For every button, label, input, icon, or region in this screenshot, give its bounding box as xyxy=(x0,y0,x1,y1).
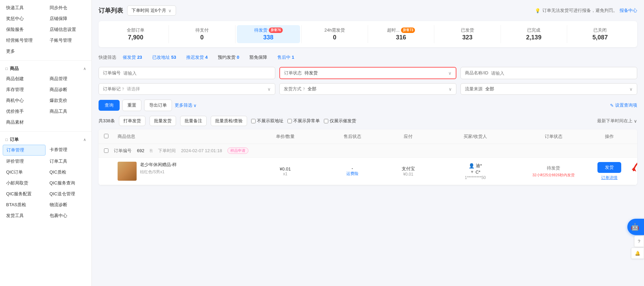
oi-aftersale: - 运费险 xyxy=(319,166,386,177)
th-buyer: 买家/收货人 xyxy=(431,133,520,140)
notice-link[interactable]: 报备中心 xyxy=(620,7,637,14)
sidebar-item-product-create[interactable]: 商品创建 xyxy=(3,74,46,84)
order-status-value: 待发货 xyxy=(520,165,587,171)
reset-button[interactable]: 重置 xyxy=(122,100,141,111)
order-number-input[interactable] xyxy=(123,71,271,76)
sidebar-item-qic-warehouse[interactable]: QIC送仓管理 xyxy=(46,189,89,199)
tab-all-orders[interactable]: 全部订单 7,900 xyxy=(104,25,167,43)
order-number-prefix: 订单编号 xyxy=(114,148,132,154)
tab-shipped[interactable]: 已发货 323 xyxy=(436,25,499,43)
qf-reserved[interactable]: 预约发货 0 xyxy=(214,53,243,62)
sidebar-item-qic-quality[interactable]: QIC质检 xyxy=(46,167,89,177)
copy-icon[interactable]: ⎘ xyxy=(150,148,153,153)
batch-quality-button[interactable]: 批量质检/查验 xyxy=(211,116,247,126)
buyer-avatar-icon: 👤 xyxy=(469,163,474,168)
order-detail-link[interactable]: 订单详情 xyxy=(601,175,617,181)
tab-24h-ship[interactable]: 24h需发货 0 xyxy=(303,25,366,43)
sidebar-item-product-manage[interactable]: 商品管理 xyxy=(46,74,89,84)
qf-aftersale[interactable]: 售后中 1 xyxy=(274,53,298,62)
sidebar-item-mailbox[interactable]: 小邮局取货 xyxy=(3,178,46,188)
order-id: 692 xyxy=(137,148,144,153)
product-collapse-icon[interactable]: ∧ xyxy=(83,67,86,71)
order-tag-field[interactable]: 订单标记 ? 请选择 ∨ xyxy=(99,83,275,95)
only-urge-checkbox[interactable]: 仅展示催发货 xyxy=(324,118,356,124)
svg-marker-0 xyxy=(632,167,636,172)
no-abnormal-checkbox[interactable]: 不展示异常单 xyxy=(288,118,320,124)
sidebar-item-subaccount[interactable]: 子账号管理 xyxy=(46,35,89,46)
sidebar-item-kuaidi[interactable]: 快递工具 xyxy=(3,3,46,13)
qf-urge-ship[interactable]: 催发货 23 xyxy=(119,53,146,62)
sort-button[interactable]: 最新下单时间在上 ∨ xyxy=(597,118,637,124)
batch-ship-button[interactable]: 批量发货 xyxy=(150,116,176,126)
sidebar-section-order: □ 订单 ∧ xyxy=(0,133,91,145)
order-checkbox[interactable] xyxy=(104,148,108,153)
sample-tag[interactable]: 样品申请 xyxy=(227,147,248,154)
sidebar-item-qic-service[interactable]: QIC服务查询 xyxy=(46,178,89,188)
traffic-source-field[interactable]: 流量来源 全部 ∨ xyxy=(460,83,637,95)
time-filter-dropdown[interactable]: 下单时间 近6个月 ∨ xyxy=(127,5,176,16)
no-abnormal-input[interactable] xyxy=(288,119,292,123)
query-button[interactable]: 查询 xyxy=(99,100,120,111)
sidebar-item-account[interactable]: 经营账号管理 xyxy=(3,35,46,46)
tab-pending-pay[interactable]: 待支付 0 xyxy=(170,25,233,43)
sidebar-item-more[interactable]: 更多 xyxy=(3,46,46,56)
ship-button[interactable]: 发货 xyxy=(597,162,621,173)
oi-product: 老少年休闲赠品-样 桔红色/S男x1 xyxy=(118,162,252,181)
more-filter-button[interactable]: 更多筛选 ∨ xyxy=(175,102,197,108)
product-name-input[interactable] xyxy=(491,71,633,76)
tab-completed[interactable]: 已完成 2,139 xyxy=(502,25,565,43)
sidebar-item-product-diagnose[interactable]: 商品诊断 xyxy=(46,85,89,95)
sidebar-item-inventory[interactable]: 库存管理 xyxy=(3,85,46,95)
shipping-insurance-link[interactable]: 运费险 xyxy=(319,171,386,177)
sidebar-item-order-manage[interactable]: 订单管理 xyxy=(3,145,46,156)
no-double-addr-checkbox[interactable]: 不展示双地址 xyxy=(251,118,283,124)
tab-closed[interactable]: 已关闭 5,087 xyxy=(569,25,632,43)
no-double-addr-input[interactable] xyxy=(251,119,256,123)
ship-method-help-icon[interactable]: ? xyxy=(303,87,305,91)
only-urge-input[interactable] xyxy=(324,119,328,123)
sidebar-item-youjia[interactable]: 优价推手 xyxy=(3,106,46,117)
sidebar-item-jiangcheng[interactable]: 奖惩中心 xyxy=(3,14,46,24)
search-row-2: 订单标记 ? 请选择 ∨ 发货方式 ? 全部 ∨ 流量来源 全部 ∨ xyxy=(99,83,637,95)
sidebar-item-ship-tools[interactable]: 发货工具 xyxy=(3,211,46,221)
sidebar-item-shopinfo[interactable]: 店铺信息设置 xyxy=(46,24,89,35)
sidebar-item-product-tools[interactable]: 商品工具 xyxy=(46,106,89,117)
qf-delayed[interactable]: 推迟发货 4 xyxy=(182,53,211,62)
sidebar-item-order-tools[interactable]: 订单工具 xyxy=(46,156,89,166)
sidebar-item-qic-order[interactable]: QIC订单 xyxy=(3,167,46,177)
qf-address-changed[interactable]: 已改地址 53 xyxy=(149,53,180,62)
tab-pending-ship[interactable]: 待发货 异常76 338 xyxy=(237,25,300,43)
sidebar-item-btas[interactable]: BTAS质检 xyxy=(3,200,46,210)
notice-light-icon: 💡 xyxy=(535,8,540,13)
sidebar-item-logistics[interactable]: 物流诊断 xyxy=(46,200,89,210)
sidebar-item-review[interactable]: 评价管理 xyxy=(3,156,46,166)
robot-icon: 🤖 xyxy=(631,223,639,231)
robot-chat-button[interactable]: 🤖 xyxy=(627,219,644,235)
tab-completed-count: 2,139 xyxy=(504,34,564,41)
sidebar-item-hot-bid[interactable]: 爆款竞价 xyxy=(46,95,89,106)
sidebar-item-package[interactable]: 包裹中心 xyxy=(46,211,89,221)
batch-note-button[interactable]: 批量备注 xyxy=(180,116,207,126)
order-tag-help-icon[interactable]: ? xyxy=(122,87,124,91)
sidebar-item-tongbu[interactable]: 同步外仓 xyxy=(46,3,89,13)
sidebar-item-baozhang[interactable]: 店铺保障 xyxy=(46,14,89,24)
th-check xyxy=(104,134,118,139)
sidebar-item-baoxian[interactable]: 保险服务 xyxy=(3,24,46,35)
sidebar-item-product-material[interactable]: 商品素材 xyxy=(3,117,46,127)
qf-exempt[interactable]: 豁免保障 xyxy=(246,53,271,62)
set-query-btn[interactable]: ✎ 设置查询项 xyxy=(610,102,637,108)
tab-overtime[interactable]: 超时... 异常73 316 xyxy=(369,25,433,43)
sidebar-item-qic-config[interactable]: QIC服务配置 xyxy=(3,189,46,199)
export-button[interactable]: 导出订单 xyxy=(144,100,172,111)
tab-24h-label: 24h需发货 xyxy=(304,27,365,33)
sidebar-item-coupon[interactable]: 卡券管理 xyxy=(46,145,89,156)
oi-action: 发货 订单详情 xyxy=(587,162,632,181)
select-all-checkbox[interactable] xyxy=(104,134,108,138)
order-collapse-icon[interactable]: ∧ xyxy=(83,138,86,142)
help-button[interactable]: ? xyxy=(634,236,644,247)
order-status-field[interactable]: 订单状态 待发货 ∨ xyxy=(279,67,457,79)
sidebar-item-opportunity[interactable]: 商机中心 xyxy=(3,95,46,106)
notification-button[interactable]: 🔔 xyxy=(631,248,644,259)
ship-method-field[interactable]: 发货方式 ? 全部 ∨ xyxy=(279,83,456,95)
bulk-ship-button[interactable]: 打单发货 xyxy=(119,116,145,126)
